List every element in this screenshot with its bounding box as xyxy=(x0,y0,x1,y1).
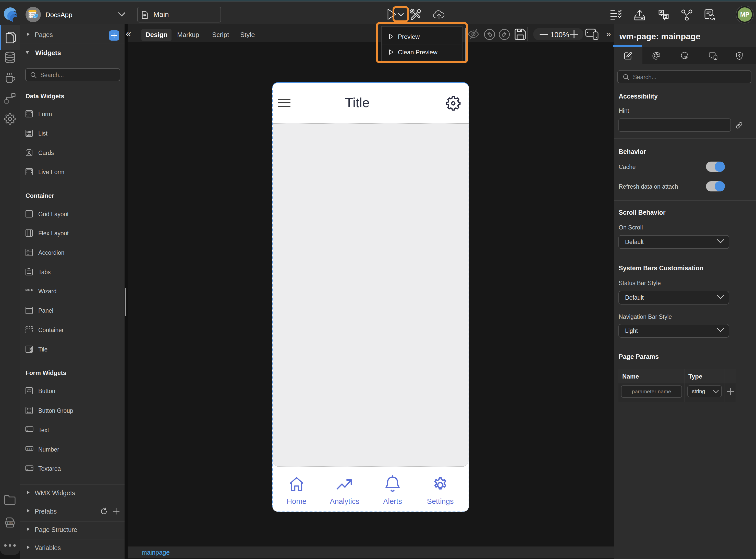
svg-text:1 2 3: 1 2 3 xyxy=(26,447,32,450)
svg-text:LOG: LOG xyxy=(7,522,13,524)
